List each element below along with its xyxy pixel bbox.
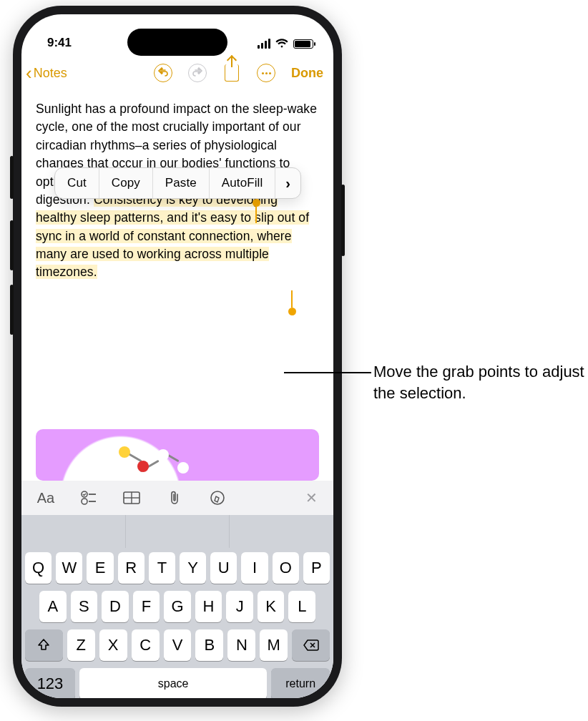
edit-menu-cut[interactable]: Cut — [55, 168, 99, 198]
screen: 9:41 ‹ Notes — [21, 14, 333, 698]
key-x[interactable]: X — [99, 629, 127, 661]
text-format-button[interactable]: Aa — [37, 489, 54, 506]
attachment-button[interactable] — [166, 489, 183, 506]
ellipsis-circle-icon — [257, 64, 275, 82]
done-button[interactable]: Done — [291, 66, 323, 81]
dynamic-island — [127, 29, 227, 56]
svg-point-2 — [82, 499, 87, 504]
key-p[interactable]: P — [303, 552, 330, 584]
share-icon — [225, 64, 239, 82]
key-f[interactable]: F — [133, 591, 160, 622]
key-q[interactable]: Q — [25, 552, 52, 584]
key-k[interactable]: K — [258, 591, 285, 622]
embedded-image[interactable] — [36, 429, 319, 481]
note-body[interactable]: Sunlight has a profound impact on the sl… — [21, 90, 333, 419]
key-t[interactable]: T — [149, 552, 175, 584]
key-v[interactable]: V — [164, 629, 192, 661]
svg-point-0 — [82, 491, 87, 497]
callout-text: Move the grab points to adjust the selec… — [373, 361, 588, 403]
suggestion-bar — [21, 515, 333, 548]
key-l[interactable]: L — [288, 591, 315, 622]
key-r[interactable]: R — [118, 552, 144, 584]
more-button[interactable] — [257, 64, 275, 82]
chevron-left-icon: ‹ — [26, 62, 32, 84]
key-z[interactable]: Z — [67, 629, 95, 661]
key-e[interactable]: E — [87, 552, 113, 584]
key-j[interactable]: J — [226, 591, 253, 622]
suggestion-3[interactable] — [230, 515, 333, 548]
space-key[interactable]: space — [79, 668, 267, 698]
key-o[interactable]: O — [273, 552, 299, 584]
cellular-icon — [258, 39, 270, 49]
suggestion-2[interactable] — [126, 515, 230, 548]
battery-icon — [293, 39, 313, 49]
key-b[interactable]: B — [195, 629, 223, 661]
shift-key[interactable] — [25, 629, 63, 661]
back-button[interactable]: ‹ Notes — [26, 62, 67, 84]
edit-menu-more[interactable]: › — [275, 173, 300, 194]
key-d[interactable]: D — [102, 591, 129, 622]
nav-bar: ‹ Notes Done — [21, 56, 333, 90]
undo-button[interactable] — [154, 64, 172, 82]
key-g[interactable]: G — [164, 591, 191, 622]
keyboard: QWERTYUIOP ASDFGHJKL ZXCVBNM 123 space — [21, 515, 333, 698]
back-label: Notes — [34, 66, 67, 81]
key-c[interactable]: C — [132, 629, 160, 661]
return-key[interactable]: return — [271, 668, 330, 698]
key-h[interactable]: H — [195, 591, 222, 622]
edit-menu-autofill[interactable]: AutoFill — [210, 168, 276, 198]
callout-leader — [284, 372, 371, 373]
selection-grab-end[interactable] — [288, 308, 296, 315]
clock: 9:41 — [47, 36, 72, 50]
checklist-button[interactable] — [80, 489, 97, 506]
redo-button[interactable] — [188, 64, 207, 82]
markup-button[interactable] — [209, 489, 226, 506]
edit-menu-copy[interactable]: Copy — [99, 168, 153, 198]
key-m[interactable]: M — [260, 629, 288, 661]
key-a[interactable]: A — [39, 591, 67, 622]
close-toolbar-button[interactable]: ✕ — [305, 489, 318, 506]
key-n[interactable]: N — [227, 629, 255, 661]
backspace-key[interactable] — [292, 629, 330, 661]
key-w[interactable]: W — [56, 552, 82, 584]
suggestion-1[interactable] — [21, 515, 126, 548]
table-button[interactable] — [123, 489, 140, 506]
key-s[interactable]: S — [71, 591, 98, 622]
wifi-icon — [275, 39, 288, 49]
edit-menu-paste[interactable]: Paste — [153, 168, 210, 198]
numbers-key[interactable]: 123 — [25, 668, 75, 698]
key-u[interactable]: U — [210, 552, 237, 584]
format-toolbar: Aa ✕ — [21, 481, 333, 515]
selection-grab-start[interactable] — [253, 199, 260, 207]
key-i[interactable]: I — [241, 552, 268, 584]
key-y[interactable]: Y — [180, 552, 206, 584]
edit-menu: Cut Copy Paste AutoFill › — [54, 167, 301, 199]
device-frame: 9:41 ‹ Notes — [13, 6, 342, 707]
share-button[interactable] — [222, 64, 241, 82]
